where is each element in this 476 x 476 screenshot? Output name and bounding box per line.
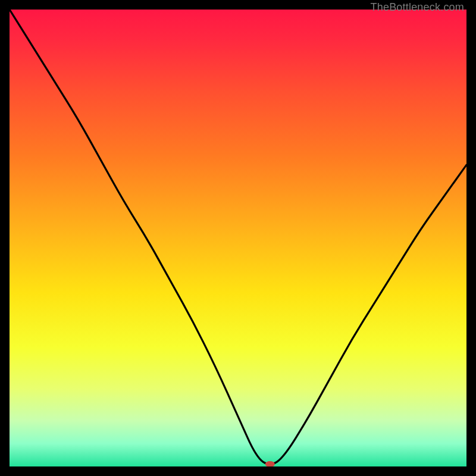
watermark-text: TheBottleneck.com (371, 1, 464, 14)
chart-background (10, 10, 466, 466)
chart-frame: TheBottleneck.com (10, 10, 466, 466)
bottleneck-chart (10, 10, 466, 466)
